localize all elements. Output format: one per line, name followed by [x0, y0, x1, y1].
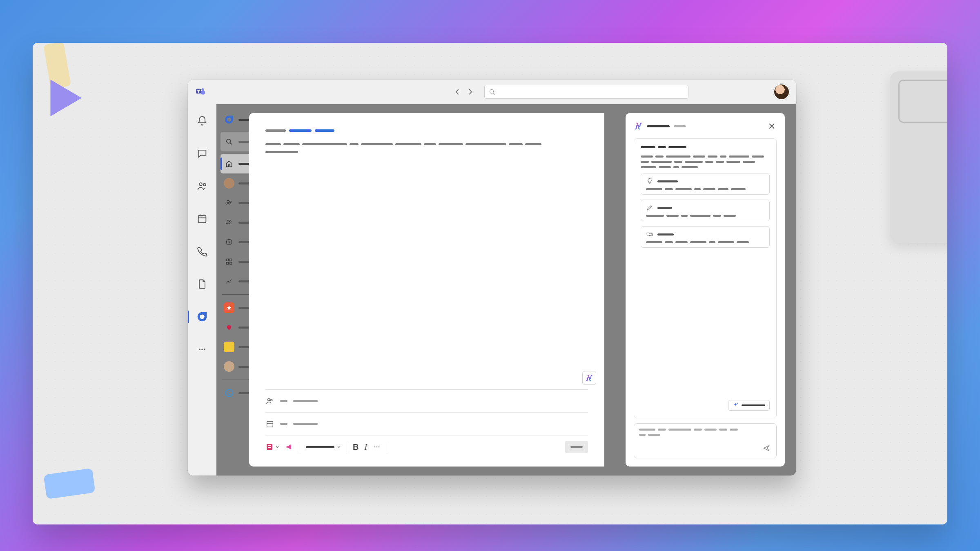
copilot-icon [634, 122, 643, 131]
user-avatar[interactable] [773, 84, 790, 100]
copilot-title [647, 125, 670, 127]
copilot-greeting [641, 146, 770, 148]
people-section[interactable] [265, 390, 588, 413]
svg-point-37 [374, 447, 376, 448]
close-button[interactable] [767, 121, 777, 131]
svg-point-14 [201, 349, 203, 350]
search-icon [489, 89, 495, 95]
svg-rect-32 [267, 421, 273, 427]
editor-toolbar: B I [265, 435, 588, 458]
breadcrumb-segment[interactable] [289, 129, 312, 132]
rail-more[interactable] [192, 339, 212, 360]
app-tile-icon: C [224, 388, 234, 398]
more-formatting-button[interactable] [373, 441, 381, 453]
nav-back-button[interactable] [452, 86, 463, 98]
font-picker[interactable] [306, 441, 341, 453]
svg-point-21 [227, 220, 229, 222]
svg-rect-3 [201, 91, 205, 95]
home-icon [224, 158, 234, 169]
copilot-panel [626, 113, 785, 467]
decor-brush [43, 43, 71, 89]
svg-point-22 [229, 221, 231, 222]
rail-files[interactable] [192, 274, 212, 294]
teams-app-icon: T [194, 86, 207, 98]
view-prompts-chip[interactable] [728, 400, 770, 411]
svg-point-6 [199, 183, 202, 186]
send-button[interactable] [762, 443, 771, 453]
rail-calls[interactable] [192, 241, 212, 262]
people-icon [224, 217, 234, 228]
app-tile-icon [224, 322, 234, 333]
rail-chat[interactable] [192, 143, 212, 164]
copilot-subtitle [674, 125, 686, 127]
titlebar: T [188, 80, 796, 104]
copilot-suggestion-card[interactable] [641, 226, 770, 248]
rail-calendar[interactable] [192, 209, 212, 229]
chevron-down-icon [275, 445, 279, 449]
app-tile-icon [224, 342, 234, 352]
svg-rect-27 [230, 262, 232, 264]
copilot-content [634, 138, 777, 418]
clock-icon [224, 237, 234, 247]
text-line [265, 143, 588, 145]
person-avatar-icon [224, 361, 234, 372]
svg-point-16 [227, 118, 231, 122]
template-button[interactable] [265, 441, 279, 453]
svg-point-30 [268, 398, 270, 401]
nav-forward-button[interactable] [465, 86, 476, 98]
svg-rect-35 [268, 445, 271, 446]
decor-eraser [43, 468, 95, 499]
svg-rect-25 [230, 259, 232, 261]
document-body[interactable] [265, 143, 588, 389]
svg-point-7 [203, 184, 206, 186]
svg-point-19 [227, 200, 229, 202]
svg-rect-26 [226, 262, 228, 264]
loop-workspace-icon [224, 114, 234, 125]
announce-button[interactable] [285, 441, 294, 453]
bold-button[interactable]: B [353, 441, 359, 453]
copilot-suggestion-card[interactable] [641, 200, 770, 221]
svg-point-15 [204, 349, 205, 350]
date-section[interactable] [265, 413, 588, 435]
svg-text:T: T [197, 89, 200, 93]
copilot-suggestion-card[interactable] [641, 173, 770, 195]
app-tile-icon [224, 302, 234, 313]
svg-line-18 [230, 143, 232, 144]
text-line [265, 151, 588, 153]
search-icon [224, 136, 234, 147]
svg-rect-8 [198, 216, 206, 223]
person-avatar-icon [224, 178, 234, 189]
svg-rect-36 [268, 447, 271, 448]
app-rail [188, 104, 216, 475]
svg-point-13 [199, 349, 200, 350]
sparkle-icon [733, 402, 738, 408]
breadcrumb-segment[interactable] [315, 129, 334, 132]
people-icon [265, 397, 274, 406]
svg-point-43 [737, 403, 737, 404]
breadcrumb-segment[interactable] [265, 129, 286, 132]
svg-point-2 [201, 88, 204, 91]
svg-text:C: C [227, 391, 231, 395]
pencil-icon [646, 204, 653, 211]
svg-point-39 [379, 447, 380, 448]
rail-activity[interactable] [192, 111, 212, 131]
rail-teams[interactable] [192, 176, 212, 196]
loop-page: B I [249, 113, 604, 467]
svg-point-38 [376, 447, 378, 448]
breadcrumb[interactable] [265, 129, 588, 132]
bulb-icon [646, 178, 653, 185]
grid-icon [224, 256, 234, 267]
toolbar-action-button[interactable] [565, 441, 588, 453]
svg-line-5 [493, 93, 495, 95]
svg-rect-24 [226, 259, 228, 261]
chat-icon [646, 231, 653, 238]
decor-tablet [890, 71, 947, 243]
italic-button[interactable]: I [364, 441, 367, 453]
rail-loop[interactable] [192, 307, 212, 327]
svg-point-12 [200, 314, 204, 319]
copilot-fab-button[interactable] [582, 371, 596, 385]
search-input[interactable] [484, 85, 688, 99]
svg-point-17 [227, 139, 231, 143]
people-icon [224, 198, 234, 208]
copilot-input[interactable] [634, 423, 777, 458]
